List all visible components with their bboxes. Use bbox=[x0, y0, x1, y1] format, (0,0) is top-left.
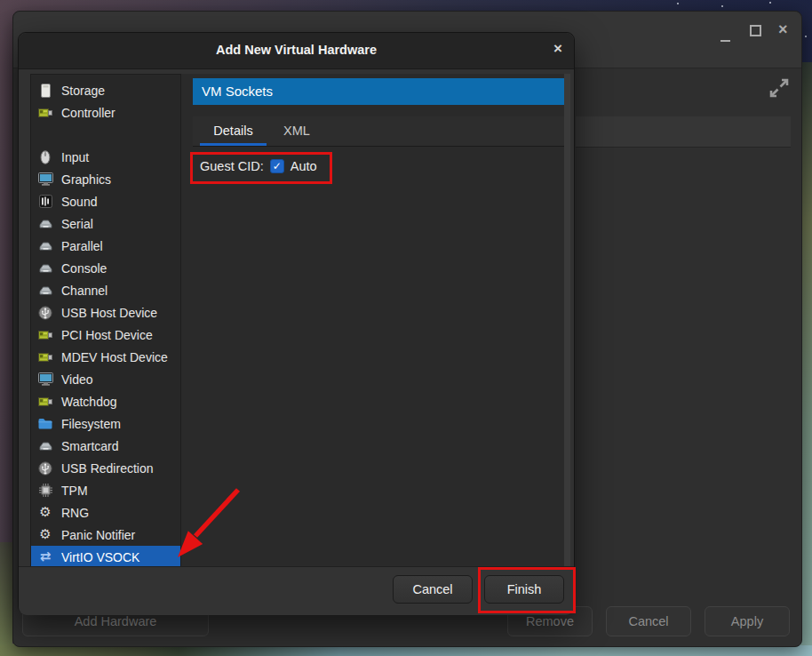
dialog-main-pane: VM Sockets Details XML Guest CID: ✓ Auto bbox=[181, 74, 570, 566]
window-cancel-button[interactable]: Cancel bbox=[606, 606, 691, 636]
add-hardware-dialog: Add New Virtual Hardware × StorageContro… bbox=[18, 32, 575, 614]
sidebar-item-label: Sound bbox=[61, 195, 97, 209]
tpm-icon bbox=[37, 483, 53, 499]
sidebar-item-rng[interactable]: ⚙RNG bbox=[31, 501, 180, 524]
sidebar-item-label: VirtIO VSOCK bbox=[61, 550, 139, 564]
display-icon bbox=[37, 172, 53, 188]
sidebar-item-watchdog[interactable]: Watchdog bbox=[31, 390, 180, 412]
wallpaper-star bbox=[769, 2, 771, 4]
resize-diagonal-icon bbox=[767, 88, 792, 103]
apply-button[interactable]: Apply bbox=[705, 606, 790, 636]
add-hardware-label: Add Hardware bbox=[75, 614, 157, 628]
sidebar-item-controller[interactable]: Controller bbox=[31, 101, 180, 124]
sidebar-item-label: RNG bbox=[61, 506, 89, 520]
sidebar-item-console[interactable]: Console bbox=[31, 257, 180, 279]
sidebar-item-parallel[interactable]: Parallel bbox=[31, 235, 180, 257]
sidebar-item-label: USB Redirection bbox=[61, 461, 154, 476]
apply-label: Apply bbox=[731, 614, 763, 628]
finish-label: Finish bbox=[507, 582, 542, 596]
remove-label: Remove bbox=[526, 614, 574, 628]
port-icon bbox=[37, 260, 53, 276]
wallpaper-star bbox=[805, 36, 807, 37]
sidebar-item-virtio-vsock[interactable]: ⇄VirtIO VSOCK bbox=[31, 546, 180, 567]
port-icon bbox=[37, 216, 53, 232]
port-icon bbox=[37, 438, 53, 454]
sidebar-item-input[interactable]: Input bbox=[31, 146, 180, 168]
active-tab-indicator bbox=[200, 143, 267, 146]
dialog-footer: Cancel Finish bbox=[19, 566, 574, 615]
sidebar-item-label: Smartcard bbox=[61, 439, 119, 453]
sidebar-item-label: USB Host Device bbox=[61, 306, 157, 320]
disk-icon bbox=[37, 83, 53, 99]
details-toolbar bbox=[576, 116, 791, 148]
finish-button[interactable]: Finish bbox=[484, 575, 564, 604]
window-cancel-label: Cancel bbox=[628, 614, 668, 628]
mouse-icon bbox=[37, 149, 53, 165]
dialog-title: Add New Virtual Hardware bbox=[19, 43, 574, 57]
sidebar-item-tpm[interactable]: TPM bbox=[31, 479, 180, 501]
sidebar-item-pci-host-device[interactable]: PCI Host Device bbox=[31, 324, 180, 346]
hardware-type-list: StorageControllerInputGraphicsSoundSeria… bbox=[30, 74, 181, 567]
usb-icon bbox=[37, 305, 53, 321]
tab-bar: Details XML bbox=[193, 116, 564, 147]
sidebar-item-video[interactable]: Video bbox=[31, 368, 180, 390]
sidebar-item-label: Panic Notifier bbox=[61, 528, 135, 542]
maximize-icon[interactable] bbox=[750, 25, 761, 36]
tab-xml[interactable]: XML bbox=[271, 116, 322, 146]
sidebar-item-storage[interactable]: Storage bbox=[31, 79, 180, 101]
chip-icon bbox=[37, 349, 53, 365]
check-icon: ✓ bbox=[273, 161, 282, 172]
chip-icon bbox=[37, 327, 53, 343]
sidebar-item-usb-host-device[interactable]: USB Host Device bbox=[31, 301, 180, 324]
close-icon[interactable]: × bbox=[778, 20, 788, 39]
wallpaper-star bbox=[677, 3, 679, 4]
minimize-icon[interactable] bbox=[720, 40, 730, 42]
sidebar-item-label: Input bbox=[61, 150, 89, 164]
sidebar-item-mdev-host-device[interactable]: MDEV Host Device bbox=[31, 346, 180, 368]
port-icon bbox=[37, 238, 53, 254]
tab-details[interactable]: Details bbox=[200, 116, 267, 146]
sidebar-item-sound[interactable]: Sound bbox=[31, 190, 180, 212]
desktop: ubuntu24.04 on QEMU/KVM × Add Hardware R… bbox=[0, 0, 812, 656]
sidebar-item-graphics[interactable]: Graphics bbox=[31, 168, 180, 190]
scrollbar-gutter[interactable] bbox=[564, 74, 570, 566]
sidebar-item-smartcard[interactable]: Smartcard bbox=[31, 435, 180, 457]
dialog-close-icon[interactable]: × bbox=[553, 40, 562, 58]
sidebar-item-label: PCI Host Device bbox=[61, 328, 153, 342]
sidebar-item-label: Console bbox=[61, 261, 107, 276]
desktop-wallpaper bbox=[0, 542, 12, 645]
guest-cid-label: Guest CID: bbox=[200, 159, 264, 173]
speaker-icon bbox=[37, 194, 53, 210]
sidebar-item-filesystem[interactable]: Filesystem bbox=[31, 412, 180, 435]
wallpaper-star bbox=[721, 5, 723, 7]
folder-icon bbox=[37, 416, 53, 432]
dialog-cancel-button[interactable]: Cancel bbox=[393, 575, 473, 604]
pane-header-title: VM Sockets bbox=[202, 84, 273, 99]
sidebar-item-panic-notifier[interactable]: ⚙Panic Notifier bbox=[31, 524, 180, 546]
sidebar-item-label: MDEV Host Device bbox=[61, 350, 168, 364]
gear-icon: ⚙ bbox=[37, 527, 53, 543]
sidebar-item-usb-redirection[interactable]: USB Redirection bbox=[31, 457, 180, 479]
dialog-cancel-label: Cancel bbox=[412, 582, 452, 596]
sidebar-item-label: Storage bbox=[61, 84, 105, 98]
arrows-icon: ⇄ bbox=[37, 549, 53, 565]
sidebar-item-label: TPM bbox=[61, 484, 88, 498]
fullscreen-button[interactable] bbox=[767, 76, 792, 100]
sidebar-separator bbox=[31, 124, 180, 146]
display-icon bbox=[37, 372, 53, 388]
guest-cid-row: Guest CID: ✓ Auto bbox=[200, 156, 317, 177]
sidebar-item-label: Channel bbox=[61, 284, 107, 298]
pane-header: VM Sockets bbox=[193, 78, 564, 105]
sidebar-item-label: Filesystem bbox=[61, 417, 121, 431]
sidebar-item-serial[interactable]: Serial bbox=[31, 212, 180, 235]
gear-icon: ⚙ bbox=[37, 505, 53, 521]
sidebar-item-label: Controller bbox=[61, 106, 115, 120]
port-icon bbox=[37, 283, 53, 299]
usb-icon bbox=[37, 460, 53, 476]
sidebar-item-channel[interactable]: Channel bbox=[31, 279, 180, 301]
sidebar-item-label: Graphics bbox=[61, 172, 111, 187]
chip-icon bbox=[37, 394, 53, 410]
auto-checkbox[interactable]: ✓ bbox=[270, 159, 284, 173]
sidebar-item-label: Watchdog bbox=[61, 395, 117, 409]
sidebar-item-label: Serial bbox=[61, 217, 93, 231]
